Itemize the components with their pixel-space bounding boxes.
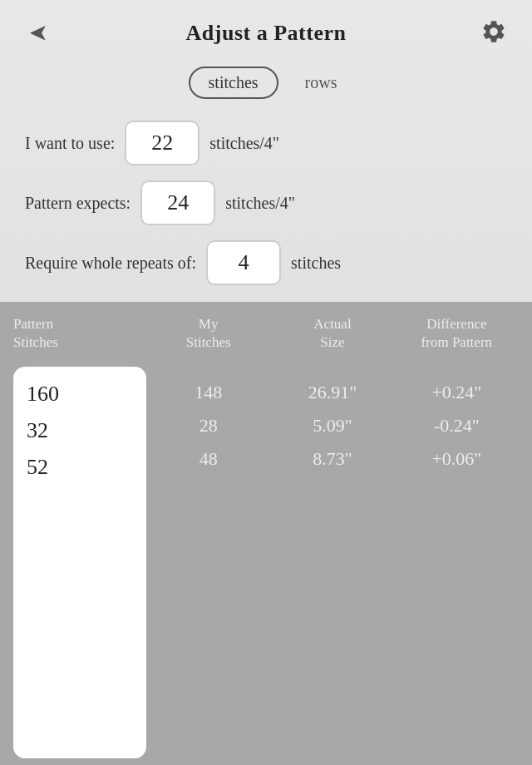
form-suffix-1: stitches/4" (209, 134, 279, 153)
form-label-1: I want to use: (25, 134, 115, 153)
difference-col: +0.24" -0.24" +0.06" (395, 367, 519, 758)
col-header-difference: Differencefrom Pattern (395, 315, 519, 352)
col-header-pattern-stitches: PatternStitches (13, 315, 146, 352)
toggle-rows[interactable]: rows (298, 68, 344, 97)
want-to-use-input[interactable] (125, 121, 200, 165)
form-label-3: Require whole repeats of: (25, 254, 196, 273)
results-body: 160 32 52 148 28 48 26.91" 5.09" 8.73" +… (0, 360, 532, 765)
pattern-stitches-col: 160 32 52 (13, 367, 146, 758)
app-container: ➤ Adjust a Pattern stitches rows I want … (0, 0, 532, 765)
difference-row-2: -0.24" (434, 415, 480, 437)
form-row-1: I want to use: stitches/4" (25, 121, 507, 165)
back-button[interactable]: ➤ (20, 15, 57, 52)
whole-repeats-input[interactable] (206, 240, 281, 285)
actual-size-col: 26.91" 5.09" 8.73" (270, 367, 394, 758)
header: ➤ Adjust a Pattern (0, 0, 532, 60)
page-title: Adjust a Pattern (186, 21, 347, 46)
my-stitches-row-1: 148 (195, 382, 222, 403)
toggle-stitches[interactable]: stitches (189, 67, 278, 99)
col-header-actual-size: ActualSize (270, 315, 394, 352)
col-header-my-stitches: MyStitches (146, 315, 270, 352)
difference-row-1: +0.24" (431, 382, 481, 403)
form-label-2: Pattern expects: (25, 194, 131, 213)
actual-size-row-3: 8.73" (313, 448, 352, 470)
form-suffix-3: stitches (291, 254, 341, 273)
settings-button[interactable] (475, 15, 512, 52)
results-section: PatternStitches MyStitches ActualSize Di… (0, 302, 532, 765)
toggle-container: stitches rows (0, 60, 532, 112)
my-stitches-row-2: 28 (200, 415, 218, 437)
gear-icon (480, 18, 507, 48)
toggle-group: stitches rows (189, 67, 344, 99)
form-section: I want to use: stitches/4" Pattern expec… (0, 112, 532, 302)
results-header: PatternStitches MyStitches ActualSize Di… (0, 302, 532, 360)
pattern-expects-input[interactable] (140, 180, 215, 225)
pattern-stitch-row-3: 52 (27, 455, 48, 480)
form-row-2: Pattern expects: stitches/4" (25, 180, 507, 225)
pattern-stitch-row-1: 160 (27, 382, 59, 407)
back-icon: ➤ (29, 20, 48, 47)
my-stitches-col: 148 28 48 (146, 367, 270, 758)
difference-row-3: +0.06" (431, 448, 481, 470)
actual-size-row-1: 26.91" (308, 382, 357, 403)
form-row-3: Require whole repeats of: stitches (25, 240, 507, 285)
form-suffix-2: stitches/4" (225, 194, 295, 213)
actual-size-row-2: 5.09" (313, 415, 352, 437)
pattern-stitch-row-2: 32 (27, 418, 48, 443)
my-stitches-row-3: 48 (200, 448, 218, 470)
